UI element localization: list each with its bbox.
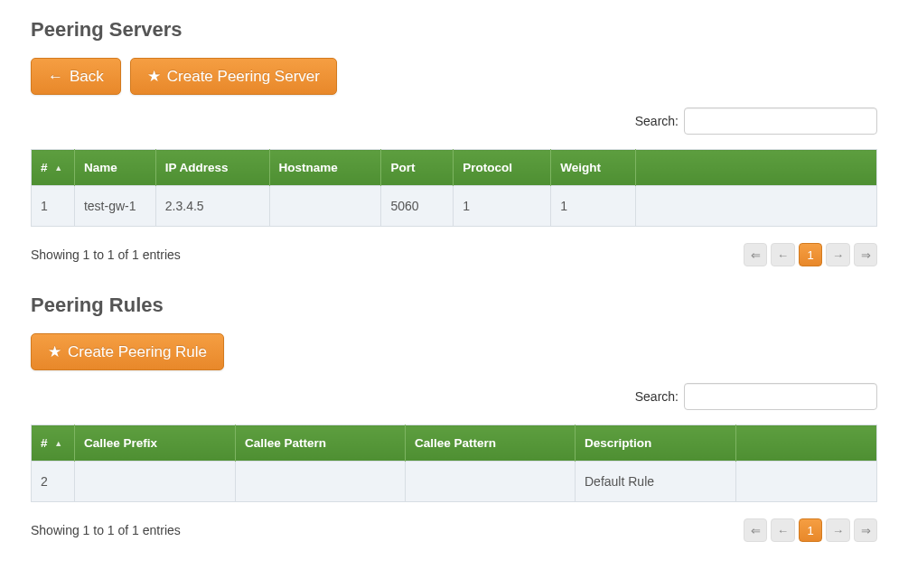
cell-description: Default Rule xyxy=(576,462,736,502)
table-row[interactable]: 2 Default Rule xyxy=(32,462,877,502)
servers-search-label: Search: xyxy=(635,114,679,128)
cell-num: 2 xyxy=(32,462,75,502)
create-peering-server-label: Create Peering Server xyxy=(167,68,320,86)
col-num[interactable]: # ▲ xyxy=(32,150,75,186)
cell-actions xyxy=(736,462,877,502)
cell-num: 1 xyxy=(32,186,75,227)
col-name[interactable]: Name xyxy=(74,150,155,186)
cell-ip: 2.3.4.5 xyxy=(155,186,269,227)
star-icon xyxy=(48,342,61,361)
pager-next[interactable]: → xyxy=(826,518,850,542)
back-button[interactable]: Back xyxy=(31,58,121,95)
col-actions xyxy=(736,425,877,462)
col-protocol[interactable]: Protocol xyxy=(454,150,551,186)
sort-asc-icon: ▲ xyxy=(54,439,62,448)
create-peering-rule-label: Create Peering Rule xyxy=(68,343,207,361)
peering-servers-title: Peering Servers xyxy=(31,18,877,42)
rules-search-label: Search: xyxy=(635,389,679,404)
sort-asc-icon: ▲ xyxy=(54,163,62,173)
col-num[interactable]: # ▲ xyxy=(32,425,75,462)
peering-rules-title: Peering Rules xyxy=(31,294,877,317)
rules-table-info: Showing 1 to 1 of 1 entries xyxy=(31,523,181,537)
cell-port: 5060 xyxy=(381,186,454,227)
servers-table-info: Showing 1 to 1 of 1 entries xyxy=(31,247,181,262)
pager-last[interactable]: ⇒ xyxy=(854,518,877,542)
star-icon xyxy=(147,67,161,86)
col-num-label: # xyxy=(41,161,48,174)
cell-prefix xyxy=(75,462,236,502)
col-actions xyxy=(636,150,877,186)
table-row[interactable]: 1 test-gw-1 2.3.4.5 5060 1 1 xyxy=(32,186,877,227)
rules-search-input[interactable] xyxy=(684,383,877,410)
pager-first[interactable]: ⇐ xyxy=(744,243,767,266)
cell-pattern1 xyxy=(236,462,406,502)
arrow-left-icon xyxy=(48,68,63,86)
col-callee-prefix[interactable]: Callee Prefix xyxy=(75,425,236,462)
cell-hostname xyxy=(269,186,381,227)
col-callee-pattern-2[interactable]: Callee Pattern xyxy=(406,425,576,462)
pager-page-1[interactable]: 1 xyxy=(799,243,822,266)
peering-servers-table: # ▲ Name IP Address Hostname Port Protoc… xyxy=(31,149,877,227)
pager-first[interactable]: ⇐ xyxy=(744,518,767,542)
peering-rules-table: # ▲ Callee Prefix Callee Pattern Callee … xyxy=(31,425,877,502)
col-callee-pattern-1[interactable]: Callee Pattern xyxy=(236,425,406,462)
back-button-label: Back xyxy=(70,68,104,86)
cell-name: test-gw-1 xyxy=(74,186,155,227)
pager-prev[interactable]: ← xyxy=(771,243,795,266)
create-peering-server-button[interactable]: Create Peering Server xyxy=(130,58,337,95)
cell-pattern2 xyxy=(406,462,576,502)
col-ip[interactable]: IP Address xyxy=(155,150,269,186)
col-description[interactable]: Description xyxy=(576,425,736,462)
cell-weight: 1 xyxy=(551,186,636,227)
rules-pager: ⇐ ← 1 → ⇒ xyxy=(744,518,877,542)
servers-pager: ⇐ ← 1 → ⇒ xyxy=(744,243,877,266)
pager-next[interactable]: → xyxy=(826,243,850,266)
cell-actions xyxy=(636,186,877,227)
servers-search-input[interactable] xyxy=(684,107,877,135)
col-hostname[interactable]: Hostname xyxy=(269,150,381,186)
cell-protocol: 1 xyxy=(454,186,551,227)
pager-prev[interactable]: ← xyxy=(771,518,795,542)
pager-page-1[interactable]: 1 xyxy=(799,518,822,542)
pager-last[interactable]: ⇒ xyxy=(854,243,877,266)
col-num-label: # xyxy=(41,436,48,450)
col-weight[interactable]: Weight xyxy=(551,150,636,186)
create-peering-rule-button[interactable]: Create Peering Rule xyxy=(31,333,224,370)
col-port[interactable]: Port xyxy=(381,150,454,186)
